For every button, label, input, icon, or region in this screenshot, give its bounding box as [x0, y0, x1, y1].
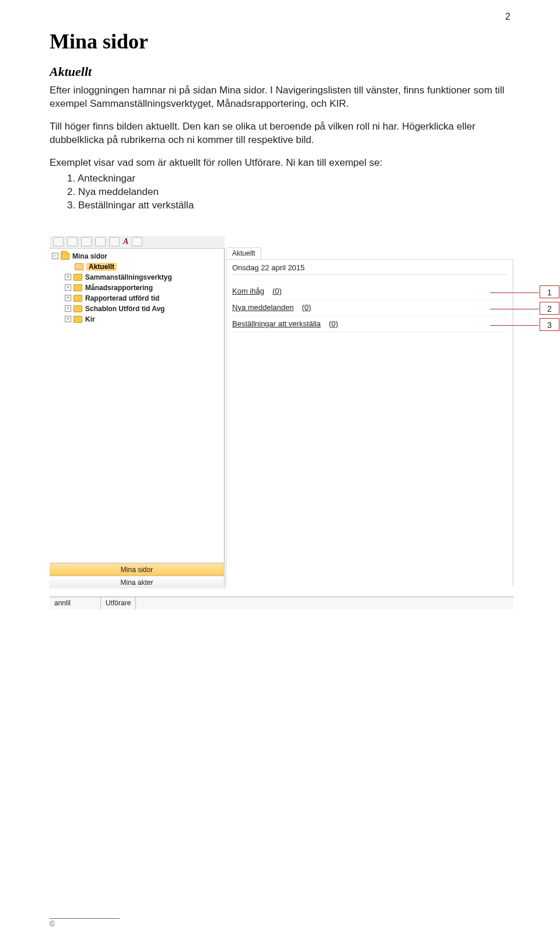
folder-icon	[74, 295, 82, 302]
paragraph-intro-2: Till höger finns bilden aktuellt. Den ka…	[50, 120, 513, 147]
folder-icon	[75, 263, 83, 270]
item-bestallningar[interactable]: Beställningar att verkställa (0)	[232, 316, 507, 332]
paragraph-intro-3: Exemplet visar vad som är aktuellt för r…	[50, 156, 513, 170]
expand-icon[interactable]: +	[65, 274, 71, 280]
status-role: Utförare	[101, 597, 136, 609]
copyright: ©	[50, 918, 120, 928]
expand-icon[interactable]: +	[65, 284, 71, 291]
heading-mina-sidor: Mina sidor	[50, 29, 513, 54]
tree-label-aktuellt: Aktuellt	[86, 263, 117, 271]
toolbar-button[interactable]	[132, 237, 142, 246]
current-date: Onsdag 22 april 2015	[232, 263, 507, 275]
toolbar-button[interactable]	[53, 237, 64, 246]
callout-3: 3	[540, 318, 559, 331]
tree-item-kir[interactable]: + Kir	[51, 314, 223, 325]
list-item-3: 3. Beställningar att verkställa	[67, 199, 513, 212]
content-panel: Aktuellt Onsdag 22 april 2015 Kom ihåg (…	[225, 249, 513, 588]
item-count: (0)	[329, 319, 338, 328]
callout-2: 2	[540, 302, 559, 315]
switch-mina-akter[interactable]: Mina akter	[50, 576, 225, 588]
tree-label: Schablon Utförd tid Avg	[85, 305, 164, 313]
callout-1: 1	[540, 285, 559, 298]
tree-item-sammanstallning[interactable]: + Sammanställningsverktyg	[51, 272, 223, 283]
tree-item-manads[interactable]: + Månadsrapportering	[51, 283, 223, 293]
tab-aktuellt[interactable]: Aktuellt	[226, 248, 261, 259]
expand-icon[interactable]: +	[65, 316, 71, 322]
switch-mina-sidor[interactable]: Mina sidor	[50, 563, 225, 576]
item-label: Beställningar att verkställa	[232, 319, 321, 328]
status-user: annlil	[50, 597, 101, 609]
toolbar-button[interactable]	[67, 237, 78, 246]
item-count: (0)	[302, 303, 312, 312]
view-switcher: Mina sidor Mina akter	[50, 563, 225, 588]
tree-label: Månadsrapportering	[85, 284, 153, 292]
tree-label: Kir	[85, 315, 95, 323]
folder-icon	[74, 316, 82, 323]
nav-tree-panel: − Mina sidor Aktuellt + Sammanställnings…	[50, 249, 225, 588]
list-item-2: 2. Nya meddelanden	[67, 186, 513, 199]
toolbar: A	[50, 236, 225, 249]
page-number: 2	[505, 12, 510, 22]
status-bar: annlil Utförare	[50, 597, 513, 609]
callout-group: 1 2 3	[540, 285, 559, 331]
tree-root[interactable]: − Mina sidor	[51, 251, 223, 262]
collapse-icon[interactable]: −	[52, 253, 58, 259]
item-count: (0)	[272, 287, 282, 295]
tree-item-rapporterad[interactable]: + Rapporterad utförd tid	[51, 293, 223, 304]
item-label: Kom ihåg	[232, 287, 264, 295]
subheading-aktuellt: Aktuellt	[50, 64, 513, 79]
toolbar-button[interactable]	[109, 237, 120, 246]
toolbar-button[interactable]	[81, 237, 92, 246]
embedded-screenshot: A − Mina sidor Aktuellt + Sammanställ	[50, 236, 513, 609]
folder-icon	[74, 305, 82, 312]
expand-icon[interactable]: +	[65, 305, 71, 312]
tree-item-aktuellt[interactable]: Aktuellt	[51, 262, 223, 272]
toolbar-fancy-a-icon[interactable]: A	[123, 237, 128, 246]
item-kom-ihag[interactable]: Kom ihåg (0)	[232, 283, 507, 299]
item-nya-meddelanden[interactable]: Nya meddelanden (0)	[232, 299, 507, 316]
paragraph-intro-1: Efter inloggningen hamnar ni på sidan Mi…	[50, 84, 513, 111]
expand-icon[interactable]: +	[65, 295, 71, 301]
folder-icon	[74, 284, 82, 291]
folder-icon	[74, 274, 82, 281]
tree-label: Sammanställningsverktyg	[85, 273, 172, 281]
folder-icon	[61, 253, 69, 260]
example-list: 1. Anteckningar 2. Nya meddelanden 3. Be…	[67, 172, 513, 212]
tree-label-root: Mina sidor	[72, 252, 107, 260]
list-item-1: 1. Anteckningar	[67, 172, 513, 186]
item-label: Nya meddelanden	[232, 303, 294, 312]
tree-item-schablon[interactable]: + Schablon Utförd tid Avg	[51, 304, 223, 314]
tree-label: Rapporterad utförd tid	[85, 294, 159, 302]
toolbar-button[interactable]	[95, 237, 106, 246]
